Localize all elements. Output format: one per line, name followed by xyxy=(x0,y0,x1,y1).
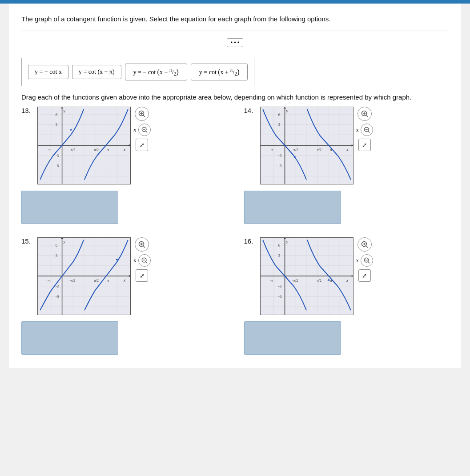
graph-svg-13: y x 6 3 -3 -6 -π -π/2 π/2 π xyxy=(38,107,130,184)
graph-item-16: 16. xyxy=(244,237,449,355)
graph-header-15: 15. xyxy=(21,237,226,315)
zoom-in-13[interactable] xyxy=(135,107,149,121)
option-1-button[interactable]: y = − cot x xyxy=(28,65,68,79)
graph-header-13: 13. xyxy=(21,107,226,184)
graph-svg-15: y x 6 3 -3 -6 -π -π/2 π/2 π xyxy=(38,238,130,315)
svg-line-107 xyxy=(143,246,145,248)
x-label-15: x xyxy=(133,257,137,264)
drop-zone-14[interactable] xyxy=(244,191,341,224)
graph-canvas-14: y x 6 3 -3 -6 -π -π/2 π/2 π xyxy=(260,107,354,184)
svg-text:-π: -π xyxy=(48,148,51,152)
x-label-13: x xyxy=(133,126,137,133)
zoom-out-15[interactable] xyxy=(138,254,151,267)
zoom-in-16[interactable] xyxy=(358,237,372,252)
divider xyxy=(21,31,449,31)
graph-and-tools-16: y x 6 3 -3 -6 -π -π/2 π/2 π xyxy=(260,237,374,315)
expand-13[interactable]: ⤢ xyxy=(136,139,148,151)
svg-text:-π: -π xyxy=(270,279,273,283)
zoom-in-15[interactable] xyxy=(135,237,149,252)
graphs-grid: 13. xyxy=(21,107,449,355)
svg-text:-6: -6 xyxy=(278,164,281,168)
graph-canvas-16: y x 6 3 -3 -6 -π -π/2 π/2 π xyxy=(260,237,354,315)
drag-instructions: Drag each of the functions given above i… xyxy=(21,92,449,103)
tools-column-16: x ⤢ xyxy=(356,237,374,282)
tool-x-row-13: x xyxy=(133,124,151,136)
svg-text:π: π xyxy=(107,148,109,152)
svg-text:x: x xyxy=(123,278,126,283)
option-2-button[interactable]: y = cot (x + π) xyxy=(72,65,121,79)
graph-item-13: 13. xyxy=(21,107,226,224)
problem-number-16: 16. xyxy=(244,237,257,245)
tool-x-row-14: x xyxy=(356,124,374,136)
svg-text:-6: -6 xyxy=(56,295,59,299)
svg-text:-3: -3 xyxy=(56,153,59,158)
svg-line-147 xyxy=(368,262,370,264)
svg-line-73 xyxy=(368,131,370,133)
svg-text:π/2: π/2 xyxy=(94,279,99,283)
svg-text:-π: -π xyxy=(48,279,51,283)
svg-text:3: 3 xyxy=(278,253,280,258)
svg-text:3: 3 xyxy=(278,123,280,127)
svg-line-144 xyxy=(366,246,368,248)
zoom-out-16[interactable] xyxy=(361,254,373,267)
instructions-text: The graph of a cotangent function is giv… xyxy=(21,14,449,24)
x-label-16: x xyxy=(356,257,359,264)
page: The graph of a cotangent function is giv… xyxy=(9,4,461,368)
svg-text:x: x xyxy=(345,278,348,283)
options-container: y = − cot x y = cot (x + π) y = − cot (x… xyxy=(21,58,254,86)
expand-15[interactable]: ⤢ xyxy=(136,269,148,282)
svg-text:-π/2: -π/2 xyxy=(292,279,298,283)
svg-text:x: x xyxy=(123,147,126,152)
graph-header-16: 16. xyxy=(244,237,449,315)
tools-column-13: x ⤢ xyxy=(133,107,151,151)
drop-zone-15[interactable] xyxy=(21,321,118,355)
svg-text:6: 6 xyxy=(278,243,280,248)
problem-number-14: 14. xyxy=(244,107,257,114)
svg-text:-6: -6 xyxy=(56,164,59,168)
svg-line-33 xyxy=(143,115,145,117)
drop-zone-13[interactable] xyxy=(21,191,118,224)
option-3-button[interactable]: y = − cot (x − π/2) xyxy=(125,64,187,80)
tools-column-15: x ⤢ xyxy=(133,237,151,282)
svg-text:-3: -3 xyxy=(278,284,281,288)
svg-text:-6: -6 xyxy=(278,295,281,299)
zoom-out-14[interactable] xyxy=(361,124,373,136)
drop-zone-16[interactable] xyxy=(244,321,341,355)
svg-text:6: 6 xyxy=(278,112,280,117)
svg-text:y: y xyxy=(285,108,288,113)
svg-text:π: π xyxy=(107,279,109,283)
svg-text:6: 6 xyxy=(56,243,58,248)
svg-text:-π/2: -π/2 xyxy=(292,148,298,152)
graph-svg-14: y x 6 3 -3 -6 -π -π/2 π/2 π xyxy=(261,107,353,184)
svg-text:-π: -π xyxy=(270,148,273,152)
svg-text:6: 6 xyxy=(56,112,58,117)
svg-text:-3: -3 xyxy=(278,153,281,158)
graph-and-tools-14: y x 6 3 -3 -6 -π -π/2 π/2 π xyxy=(260,107,374,184)
graph-svg-16: y x 6 3 -3 -6 -π -π/2 π/2 π xyxy=(261,238,353,315)
expand-16[interactable]: ⤢ xyxy=(358,269,371,282)
graph-item-15: 15. xyxy=(21,237,226,355)
svg-line-110 xyxy=(145,262,147,264)
zoom-in-14[interactable] xyxy=(358,107,372,121)
zoom-out-13[interactable] xyxy=(138,124,151,136)
graph-header-14: 14. xyxy=(244,107,449,184)
more-button[interactable]: • • • xyxy=(227,38,243,47)
option-4-button[interactable]: y = cot (x + π/2) xyxy=(191,64,248,80)
graph-item-14: 14. xyxy=(244,107,449,224)
svg-text:π/2: π/2 xyxy=(94,148,99,152)
svg-text:π/2: π/2 xyxy=(317,279,321,283)
x-label-14: x xyxy=(356,126,359,133)
graph-canvas-15: y x 6 3 -3 -6 -π -π/2 π/2 π xyxy=(37,237,131,315)
svg-text:3: 3 xyxy=(56,253,58,258)
svg-text:-π/2: -π/2 xyxy=(69,279,75,283)
svg-text:y: y xyxy=(285,239,288,244)
svg-text:x: x xyxy=(345,147,348,152)
problem-number-13: 13. xyxy=(21,107,34,114)
svg-text:y: y xyxy=(63,239,66,244)
svg-line-36 xyxy=(145,131,147,133)
svg-line-70 xyxy=(366,115,368,117)
svg-text:π/2: π/2 xyxy=(317,148,321,152)
expand-14[interactable]: ⤢ xyxy=(358,139,371,151)
top-bar xyxy=(0,0,470,4)
graph-canvas-13: y x 6 3 -3 -6 -π -π/2 π/2 π xyxy=(37,107,131,184)
